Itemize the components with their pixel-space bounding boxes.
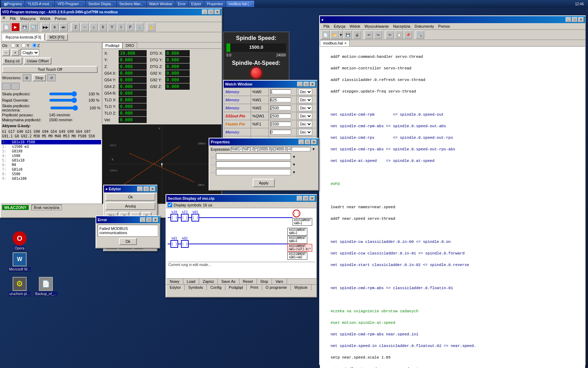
i-btn[interactable]: I (117, 23, 125, 31)
watch-input-5[interactable] (270, 130, 291, 135)
symbols-nav-btn[interactable]: Symbols (185, 285, 207, 290)
decrement-btn[interactable]: − (2, 49, 10, 56)
p-btn[interactable]: P (126, 23, 134, 31)
podglad-nav-btn[interactable]: Podgląd (225, 285, 247, 290)
expression-input[interactable] (231, 147, 310, 151)
minimize-button[interactable]: _ (202, 9, 208, 14)
taskbar-vfd[interactable]: VFD Program ... (55, 1, 85, 7)
desktop-icon-microsoft[interactable]: W Microsoft W... (7, 252, 32, 272)
spindle-ctrl-1[interactable] (2, 83, 10, 90)
section-minimize[interactable]: _ (297, 196, 302, 201)
tool-touch-off-btn[interactable]: Tool Touch Off (2, 66, 98, 73)
load-btn[interactable]: Load (183, 279, 199, 284)
jog-select[interactable]: Ciągły (21, 49, 39, 56)
config-nav-btn[interactable]: Config (207, 285, 225, 290)
desktop-icon-opera[interactable]: O Opera (7, 231, 32, 251)
hal-editor-content[interactable]: addf motion-command-handler servo-thread… (320, 47, 585, 368)
hal-new-btn[interactable]: 📄 (321, 30, 330, 39)
watch-select-2[interactable]: Dec (298, 105, 312, 111)
watch-input-4[interactable] (270, 122, 291, 127)
hal-redo-btn[interactable]: ↪ (374, 30, 382, 39)
error-minimize[interactable]: _ (140, 217, 146, 222)
edytor-small-minimize[interactable]: _ (137, 186, 143, 191)
props-input-2[interactable] (216, 161, 291, 168)
hal-save-btn[interactable]: 💾 (344, 30, 352, 39)
watch-close[interactable]: × (310, 82, 315, 87)
taskbar-properties[interactable]: Properties (204, 1, 225, 7)
apply-button[interactable]: Apply (253, 179, 275, 187)
open-file-btn[interactable]: ▶ (11, 23, 20, 31)
watch-input-3[interactable] (270, 114, 291, 118)
display-symbols-checkbox[interactable] (168, 203, 172, 207)
rapid-slider[interactable] (49, 97, 77, 103)
axis-close-x[interactable]: ✕ (2, 15, 6, 20)
props-dropdown-3[interactable]: ▼ (292, 170, 297, 174)
watch-select-1[interactable]: Dec (298, 97, 312, 103)
hal-open-dropdown[interactable]: ▼ (339, 30, 343, 39)
taskbar-section[interactable]: Section Displa... (86, 1, 116, 7)
hal-menu-narzedzia[interactable]: Narzędzia (391, 24, 413, 29)
stop-spindle-btn[interactable]: Stop (33, 74, 46, 81)
pause-btn[interactable]: ⏸ (50, 23, 59, 31)
x-radio[interactable] (11, 43, 15, 48)
hal-menu-widok[interactable]: Widok (348, 24, 363, 29)
skala-slider[interactable] (49, 91, 77, 97)
menu-widok[interactable]: Widok (38, 16, 53, 21)
hal-menu-pomoc[interactable]: Pomoc (436, 24, 452, 29)
taskbar-edytor[interactable]: Edytor (189, 1, 204, 7)
y-btn[interactable]: Y (108, 23, 116, 31)
edytor-nav-btn[interactable]: Edytor (166, 285, 185, 290)
wrzeciono-slider[interactable] (50, 105, 78, 111)
watch-select-5[interactable]: Dec (298, 129, 312, 135)
new-file-btn[interactable]: 📄 (2, 23, 10, 31)
hal-search-btn[interactable]: 🔍 (416, 30, 424, 39)
error-ok-button[interactable]: Ok (119, 238, 136, 245)
watch-select-0[interactable]: Dec (298, 89, 312, 95)
edytor-ok-btn[interactable]: Ok (105, 193, 155, 201)
zapisz-btn[interactable]: Zapisz (199, 279, 218, 284)
z-radio[interactable] (32, 43, 37, 48)
section-close[interactable]: × (309, 196, 315, 201)
hal-copy-btn[interactable]: 📋 (395, 30, 403, 39)
touch-btn[interactable]: 👆 (147, 23, 155, 31)
watch-minimize[interactable]: _ (297, 82, 303, 87)
taskbar-yl620[interactable]: YL620-A mod... (25, 1, 54, 7)
wyjscie-nav-btn[interactable]: Wyjście (291, 285, 312, 290)
menu-plik[interactable]: Plik (8, 16, 18, 21)
hal-maximize[interactable]: □ (572, 17, 578, 22)
start-menu[interactable]: ▦ Programy (1, 1, 24, 7)
save-as-btn[interactable]: Save As (218, 279, 239, 284)
hal-menu-dokumenty[interactable]: Dokumenty (412, 24, 436, 29)
print-nav-btn[interactable]: Print (247, 285, 262, 290)
props-close[interactable]: × (311, 139, 317, 144)
home-btn[interactable]: ⌂ (90, 23, 98, 31)
dro-tab[interactable]: DRO (122, 42, 137, 48)
watch-select-3[interactable]: Dec (298, 113, 312, 119)
expression-dropdown[interactable]: ▼ (312, 147, 317, 151)
menu-pomoc[interactable]: Pomoc (52, 16, 69, 21)
minus-btn[interactable]: − (80, 23, 89, 31)
watch-maximize[interactable]: □ (303, 82, 309, 87)
ustaw-offset-btn[interactable]: Ustaw Offset (24, 57, 51, 64)
manual-mode-tab[interactable]: Ręczna kontrola [F3] (2, 34, 45, 41)
nowy-btn[interactable]: Nowy (166, 279, 183, 284)
watch-input-1[interactable] (270, 97, 291, 102)
desktop-icon-backup[interactable]: 📄 Backup_of_... (33, 277, 58, 296)
hal-paste-btn[interactable]: 📌 (404, 30, 412, 39)
hal-open-btn[interactable]: 📂 (330, 30, 339, 39)
baz-os-btn[interactable]: Bazuj oś (2, 57, 22, 64)
hal-cut-btn[interactable]: ✂ (386, 30, 394, 39)
vars-btn[interactable]: Vars (272, 279, 287, 284)
edytor-small-close[interactable]: × (150, 186, 155, 191)
spindle-ctrl-2[interactable] (11, 83, 20, 90)
reset-btn[interactable]: Reset (239, 279, 257, 284)
taskbar-error[interactable]: Error (175, 1, 188, 7)
taskbar-sections-man[interactable]: Sections Man... (117, 1, 146, 7)
error-close[interactable]: × (153, 217, 158, 222)
props-dropdown-1[interactable]: ▼ (292, 155, 297, 159)
hal-undo-btn[interactable]: ↩ (365, 30, 373, 39)
hal-file-close-icon[interactable]: × (344, 41, 346, 45)
props-dropdown-2[interactable]: ▼ (292, 163, 297, 166)
save-file-btn[interactable]: 💾 (20, 23, 29, 31)
section-maximize[interactable]: □ (303, 196, 309, 201)
